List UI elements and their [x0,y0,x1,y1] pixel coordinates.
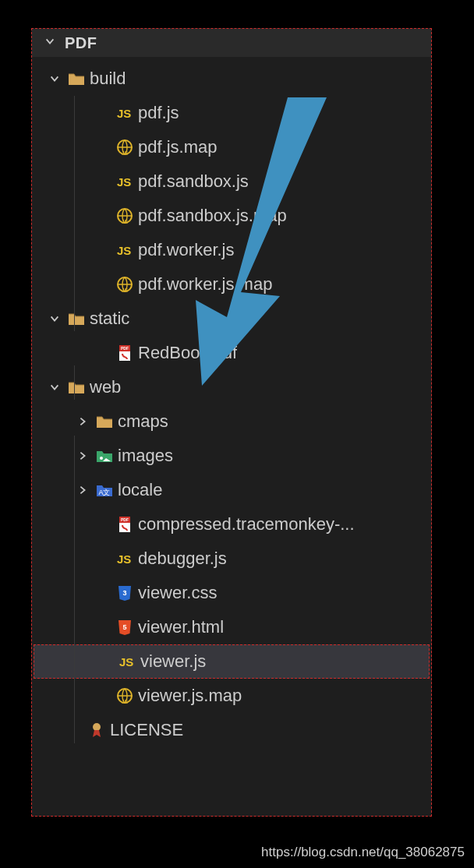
tree-folder[interactable]: images [32,439,431,473]
tree-item-label: images [118,446,173,466]
tree-item-label: static [90,309,129,329]
map-file-icon: JS [115,274,135,295]
svg-text:PDF: PDF [121,517,129,522]
file-tree: buildJSpdf.jsJSpdf.js.mapJSpdf.sandbox.j… [32,57,431,747]
tree-file[interactable]: JSpdf.sandbox.js [32,164,431,199]
js-file-icon: JS [115,171,135,192]
tree-item-label: RedBook.pdf [138,343,237,363]
svg-text:JS: JS [117,552,131,566]
tree-item-label: LICENSE [110,720,183,740]
svg-text:JS: JS [117,244,131,257]
root-folder-label: PDF [65,34,97,52]
tree-folder[interactable]: build [32,62,431,96]
svg-text:JS: JS [122,150,129,156]
chevron-right-icon [74,446,91,466]
tree-file[interactable]: JSpdf.worker.js [32,233,431,267]
watermark-text: https://blog.csdn.net/qq_38062875 [261,845,465,860]
chevron-down-icon [46,69,63,89]
folder-icon [94,411,115,432]
file-explorer-panel: PDF buildJSpdf.jsJSpdf.js.mapJSpdf.sandb… [31,28,432,817]
folder-locale-icon: A文 [94,480,115,500]
js-file-icon: JS [115,103,135,123]
svg-text:JS: JS [119,655,133,669]
indent-guide [74,436,75,743]
tree-file[interactable]: JSpdf.worker.js.map [32,267,431,302]
tree-item-label: pdf.js.map [138,137,218,157]
tree-item-label: pdf.sandbox.js [138,171,249,192]
tree-file[interactable]: JSpdf.js.map [32,130,431,164]
tree-item-label: viewer.js [140,651,206,672]
js-file-icon: JS [115,549,135,569]
chevron-down-icon [41,36,58,50]
indent-guide [74,365,75,400]
indent-guide [74,96,75,331]
tree-file[interactable]: 3viewer.css [32,576,431,610]
license-file-icon [87,720,107,740]
svg-text:A文: A文 [98,489,110,496]
tree-file[interactable]: JSviewer.js [34,644,430,679]
tree-file[interactable]: JSviewer.js.map [32,679,431,713]
map-file-icon: JS [115,206,135,226]
tree-folder[interactable]: A文locale [32,473,431,507]
chevron-down-icon [46,377,63,397]
svg-point-21 [93,723,101,731]
tree-item-label: locale [118,480,162,500]
svg-text:JS: JS [122,288,129,293]
tree-item-label: pdf.worker.js.map [138,274,272,295]
tree-file[interactable]: 5viewer.html [32,610,431,644]
svg-text:JS: JS [122,219,129,224]
svg-text:JS: JS [117,175,131,189]
chevron-down-icon [46,309,63,329]
tree-item-label: pdf.js [138,103,179,123]
tree-item-label: debugger.js [138,549,227,569]
svg-text:5: 5 [122,623,126,631]
tree-file[interactable]: JSpdf.js [32,96,431,130]
tree-item-label: compressed.tracemonkey-... [138,514,355,535]
folder-icon [66,69,87,89]
tree-item-label: cmaps [118,411,168,432]
pdf-file-icon: PDF [115,514,135,535]
tree-folder[interactable]: cmaps [32,404,431,439]
svg-text:JS: JS [117,107,131,120]
tree-item-label: pdf.sandbox.js.map [138,206,287,226]
chevron-right-icon [74,480,91,500]
svg-text:JS: JS [122,699,129,704]
tree-file[interactable]: JSdebugger.js [32,542,431,576]
tree-file[interactable]: JSpdf.sandbox.js.map [32,199,431,233]
tree-file[interactable]: PDFRedBook.pdf [32,336,431,370]
folder-images-icon [94,446,115,466]
tree-file[interactable]: LICENSE [32,713,431,747]
tree-file[interactable]: PDFcompressed.tracemonkey-... [32,507,431,542]
html-file-icon: 5 [115,617,135,637]
tree-item-label: viewer.css [138,583,217,603]
tree-folder[interactable]: web [32,370,431,404]
chevron-right-icon [74,411,91,432]
tree-folder[interactable]: static [32,302,431,336]
folder-icon [66,309,87,329]
explorer-header[interactable]: PDF [32,29,431,57]
js-file-icon: JS [115,240,135,260]
tree-item-label: viewer.js.map [138,686,242,706]
css-file-icon: 3 [115,583,135,603]
tree-item-label: viewer.html [138,617,224,637]
map-file-icon: JS [115,686,135,706]
svg-text:PDF: PDF [121,346,129,351]
map-file-icon: JS [115,137,135,157]
folder-icon [66,377,87,397]
pdf-file-icon: PDF [115,343,135,363]
js-file-icon: JS [117,651,137,672]
svg-point-11 [100,457,103,460]
tree-item-label: pdf.worker.js [138,240,235,260]
svg-text:3: 3 [122,589,126,597]
tree-item-label: web [90,377,121,397]
tree-item-label: build [90,69,126,89]
